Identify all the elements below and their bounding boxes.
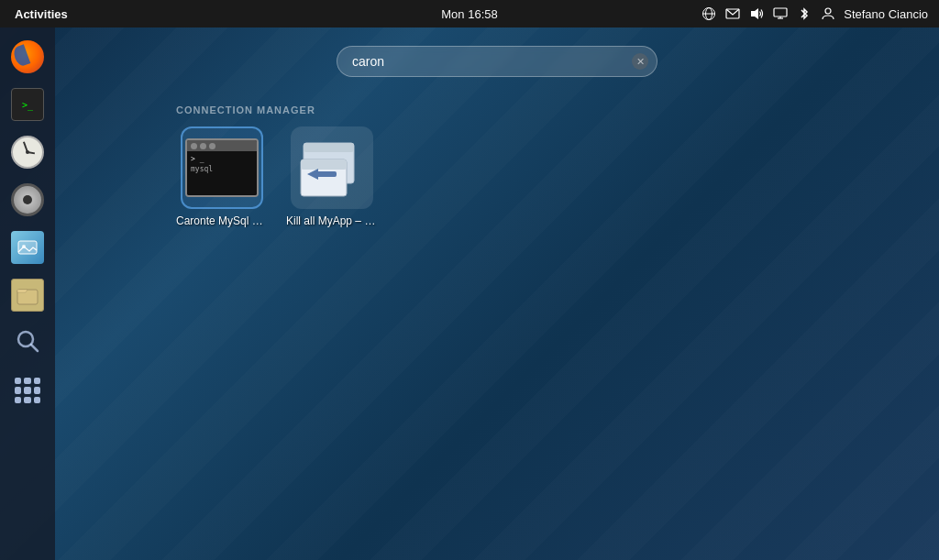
firefox-icon: [11, 40, 44, 73]
svg-marker-4: [751, 8, 758, 19]
mail-icon[interactable]: [724, 5, 741, 22]
display-icon[interactable]: [772, 5, 789, 22]
app-label-caronte-mysql: Caronte MySql D...: [176, 214, 268, 227]
svg-line-13: [31, 345, 38, 351]
clock-icon: [11, 136, 44, 169]
search-container: ✕: [337, 46, 657, 77]
main-content: ✕ CONNECTION MANAGER > _ mysql: [55, 27, 939, 560]
photos-icon: [11, 231, 44, 264]
activities-button[interactable]: Activities: [0, 0, 83, 27]
sidebar-item-search[interactable]: [7, 323, 48, 363]
terminal-icon: >_: [11, 88, 44, 121]
app-icon-caronte-mysql: > _ mysql: [181, 126, 263, 209]
terminal-app-icon: > _ mysql: [185, 138, 259, 197]
topbar-clock: Mon 16:58: [441, 7, 497, 21]
sidebar-item-files[interactable]: [7, 275, 48, 315]
app-icon-kill-myapp: [291, 126, 373, 209]
sidebar-item-terminal[interactable]: >_: [7, 84, 48, 125]
search-clear-button[interactable]: ✕: [632, 53, 648, 70]
sidebar-item-grid[interactable]: [7, 370, 48, 411]
app-label-kill-myapp: Kill all MyApp – c...: [286, 214, 378, 227]
volume-icon[interactable]: [748, 5, 765, 22]
username-label[interactable]: Stefano Ciancio: [844, 7, 928, 21]
topbar-right: Stefano Ciancio: [701, 5, 939, 22]
section-label: CONNECTION MANAGER: [176, 104, 818, 115]
sidebar: >_: [0, 27, 55, 560]
activities-label: Activities: [15, 7, 68, 21]
sidebar-item-clock[interactable]: [7, 132, 48, 172]
record-icon: [11, 183, 44, 216]
svg-point-8: [825, 8, 831, 14]
app-item-caronte-mysql[interactable]: > _ mysql Caronte MySql D...: [176, 126, 268, 227]
svg-rect-19: [316, 171, 337, 177]
apps-grid: > _ mysql Caronte MySql D...: [176, 126, 818, 227]
kill-app-svg-icon: [296, 132, 368, 203]
results-section: CONNECTION MANAGER > _ mysql: [176, 104, 818, 227]
user-icon[interactable]: [820, 5, 836, 22]
svg-rect-5: [774, 8, 787, 16]
topbar: Activities Mon 16:58: [0, 0, 939, 27]
clock-time: Mon 16:58: [441, 7, 497, 21]
search-icon: [13, 326, 42, 359]
globe-icon[interactable]: [701, 5, 717, 22]
svg-rect-17: [301, 159, 347, 170]
grid-icon: [11, 374, 44, 407]
svg-rect-15: [304, 143, 354, 152]
files-icon: [11, 279, 44, 312]
sidebar-item-firefox[interactable]: [7, 37, 48, 77]
app-item-kill-myapp[interactable]: Kill all MyApp – c...: [286, 126, 378, 227]
sidebar-item-record[interactable]: [7, 180, 48, 220]
search-input[interactable]: [337, 46, 657, 77]
sidebar-item-photos[interactable]: [7, 227, 48, 268]
bluetooth-icon[interactable]: [796, 5, 812, 22]
